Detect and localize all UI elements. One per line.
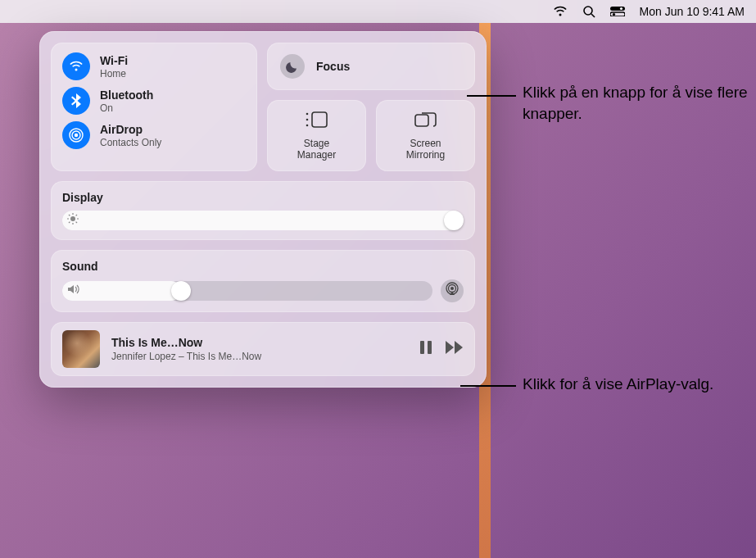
bluetooth-icon bbox=[62, 87, 90, 115]
bluetooth-status: On bbox=[100, 102, 153, 114]
screen-mirroring-icon bbox=[414, 110, 438, 133]
svg-point-12 bbox=[306, 125, 308, 127]
focus-label: Focus bbox=[316, 60, 350, 73]
menubar: Mon Jun 10 9:41 AM bbox=[0, 0, 756, 23]
control-center-panel: Wi-Fi Home Bluetooth On AirDrop bbox=[39, 31, 487, 388]
moon-icon bbox=[280, 54, 305, 79]
display-module: Display bbox=[51, 181, 475, 240]
airdrop-title: AirDrop bbox=[100, 123, 161, 136]
wifi-toggle[interactable]: Wi-Fi Home bbox=[62, 52, 246, 80]
callout-airplay: Klikk for å vise AirPlay-valg. bbox=[523, 374, 736, 395]
stage-manager-button[interactable]: Stage Manager bbox=[267, 100, 366, 171]
svg-rect-3 bbox=[610, 12, 625, 16]
bluetooth-toggle[interactable]: Bluetooth On bbox=[62, 87, 246, 115]
spotlight-icon[interactable] bbox=[582, 5, 595, 18]
wifi-title: Wi-Fi bbox=[100, 54, 128, 67]
sound-module: Sound bbox=[51, 250, 475, 312]
brightness-icon bbox=[67, 213, 79, 228]
screen-mirroring-label: Screen Mirroring bbox=[406, 138, 445, 161]
callout-line bbox=[460, 385, 516, 387]
airplay-audio-button[interactable] bbox=[441, 279, 464, 302]
airdrop-icon bbox=[62, 121, 90, 149]
svg-point-5 bbox=[612, 13, 614, 16]
svg-point-0 bbox=[584, 7, 592, 15]
bluetooth-title: Bluetooth bbox=[100, 88, 153, 102]
wifi-icon bbox=[62, 52, 90, 80]
focus-button[interactable]: Focus bbox=[267, 43, 475, 90]
svg-rect-26 bbox=[420, 341, 424, 354]
svg-rect-13 bbox=[415, 115, 428, 126]
svg-rect-2 bbox=[610, 7, 625, 11]
now-playing-module[interactable]: This Is Me…Now Jennifer Lopez – This Is … bbox=[51, 322, 475, 376]
svg-point-6 bbox=[75, 134, 78, 137]
svg-rect-9 bbox=[312, 112, 327, 127]
svg-point-11 bbox=[306, 119, 308, 121]
svg-line-21 bbox=[69, 221, 70, 222]
svg-point-14 bbox=[70, 216, 75, 221]
svg-point-10 bbox=[306, 113, 308, 116]
menubar-datetime[interactable]: Mon Jun 10 9:41 AM bbox=[640, 5, 745, 18]
stage-manager-label: Stage Manager bbox=[297, 138, 336, 161]
svg-line-19 bbox=[69, 215, 70, 215]
airdrop-toggle[interactable]: AirDrop Contacts Only bbox=[62, 121, 246, 149]
airdrop-status: Contacts Only bbox=[100, 137, 161, 148]
stage-manager-icon bbox=[305, 110, 329, 133]
album-artwork bbox=[62, 330, 100, 368]
svg-line-22 bbox=[76, 215, 77, 215]
next-track-button[interactable] bbox=[446, 341, 464, 357]
callout-focus: Klikk på en knapp for å vise flere knapp… bbox=[523, 82, 752, 124]
volume-icon bbox=[67, 284, 80, 298]
display-label: Display bbox=[62, 191, 464, 204]
svg-line-1 bbox=[591, 14, 595, 17]
svg-rect-27 bbox=[428, 341, 432, 354]
screen-mirroring-button[interactable]: Screen Mirroring bbox=[376, 100, 475, 171]
control-center-menubar-icon[interactable] bbox=[610, 7, 625, 16]
svg-line-20 bbox=[76, 221, 77, 222]
svg-point-23 bbox=[450, 287, 454, 290]
display-brightness-slider[interactable] bbox=[62, 211, 464, 230]
sound-label: Sound bbox=[62, 260, 464, 273]
sound-volume-slider[interactable] bbox=[62, 281, 432, 301]
callout-line bbox=[467, 95, 516, 97]
airplay-icon bbox=[445, 282, 459, 300]
wifi-menubar-icon[interactable] bbox=[553, 6, 568, 17]
track-title: This Is Me…Now bbox=[111, 336, 408, 349]
network-module: Wi-Fi Home Bluetooth On AirDrop bbox=[51, 43, 257, 171]
wifi-status: Home bbox=[100, 68, 128, 79]
track-artist: Jennifer Lopez – This Is Me…Now bbox=[111, 351, 408, 362]
pause-button[interactable] bbox=[419, 340, 432, 358]
svg-point-4 bbox=[619, 7, 622, 10]
